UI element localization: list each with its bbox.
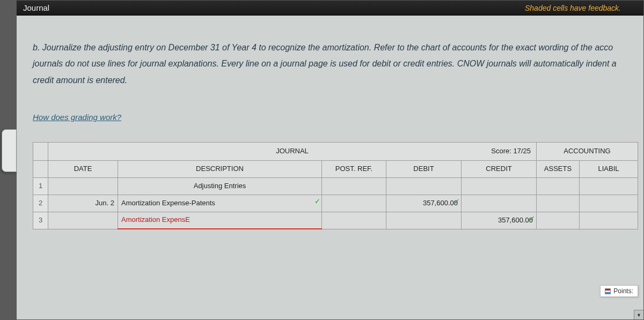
col-assets: ASSETS bbox=[537, 160, 580, 177]
col-liabil: LIABIL bbox=[580, 160, 638, 177]
check-icon: ✓ bbox=[529, 212, 535, 226]
journal-title: JOURNAL bbox=[276, 147, 309, 155]
date-cell[interactable]: Jun. 2 bbox=[48, 195, 118, 212]
col-date: DATE bbox=[48, 160, 118, 177]
credit-cell[interactable]: 357,600.00 ✓ bbox=[462, 212, 537, 229]
postref-cell[interactable] bbox=[322, 195, 386, 212]
accounting-equation-header: ACCOUNTING bbox=[537, 142, 638, 160]
title-bar: Journal Shaded cells have feedback. bbox=[17, 1, 643, 16]
date-cell[interactable] bbox=[48, 212, 118, 229]
col-description: DESCRIPTION bbox=[118, 160, 322, 177]
col-credit: CREDIT bbox=[462, 160, 537, 177]
debit-cell[interactable] bbox=[386, 177, 462, 195]
journal-table: JOURNAL Score: 17/25 ACCOUNTING DATE DES… bbox=[33, 142, 638, 230]
date-cell[interactable] bbox=[48, 177, 118, 195]
check-icon: ✓ bbox=[314, 195, 320, 209]
instructions-text: b. Journalize the adjusting entry on Dec… bbox=[33, 40, 638, 88]
main-panel: Journal Shaded cells have feedback. b. J… bbox=[16, 0, 644, 320]
credit-cell[interactable] bbox=[462, 195, 537, 212]
credit-cell[interactable] bbox=[462, 177, 537, 195]
debit-cell[interactable] bbox=[386, 212, 462, 229]
flag-icon bbox=[605, 288, 611, 294]
description-cell[interactable]: Amortization Expense-Patents ✓ bbox=[118, 195, 322, 212]
points-badge: Points: bbox=[600, 285, 638, 297]
panel-title: Journal bbox=[23, 3, 49, 12]
table-row: 1 Adjusting Entries bbox=[33, 177, 638, 195]
col-debit: DEBIT bbox=[386, 160, 462, 177]
table-row: 2 Jun. 2 Amortization Expense-Patents ✓ … bbox=[33, 195, 638, 212]
table-row: 3 Amortization ExpensE 357,600.00 ✓ bbox=[33, 212, 638, 229]
check-icon: ✓ bbox=[454, 195, 460, 209]
postref-cell[interactable] bbox=[322, 212, 386, 229]
side-tab-handle[interactable] bbox=[2, 129, 17, 172]
postref-cell[interactable] bbox=[322, 177, 386, 195]
grading-link[interactable]: How does grading work? bbox=[33, 110, 121, 125]
col-postref: POST. REF. bbox=[322, 160, 386, 177]
scroll-down-button[interactable]: ▼ bbox=[634, 310, 643, 319]
description-cell[interactable]: Adjusting Entries bbox=[118, 177, 322, 195]
debit-cell[interactable]: 357,600.00 ✓ bbox=[386, 195, 462, 212]
feedback-hint: Shaded cells have feedback. bbox=[525, 4, 621, 12]
description-cell[interactable]: Amortization ExpensE bbox=[118, 212, 322, 229]
score-label: Score: 17/25 bbox=[491, 145, 531, 158]
